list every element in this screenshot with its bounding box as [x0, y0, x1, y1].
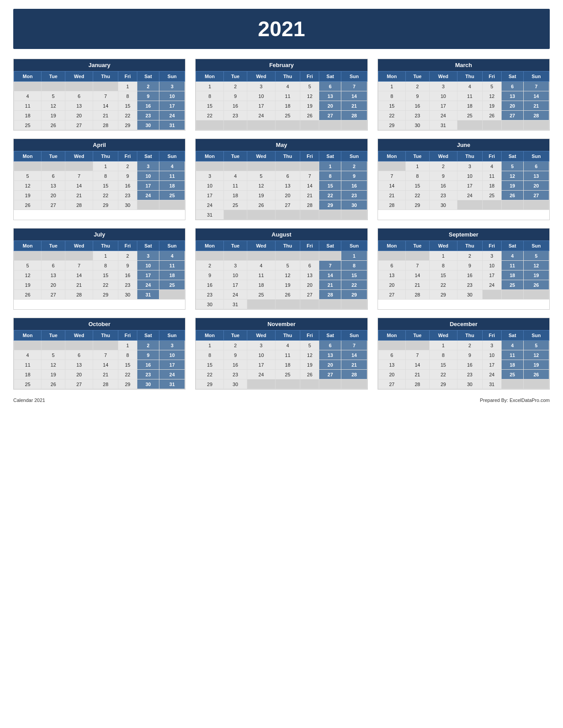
day-cell: 8	[196, 350, 223, 360]
day-cell: 4	[501, 341, 523, 350]
day-cell: 11	[247, 270, 275, 280]
day-cell: 11	[275, 350, 300, 360]
day-cell: 14	[319, 270, 341, 280]
day-cell: 20	[501, 101, 523, 111]
day-cell: 12	[14, 270, 42, 280]
month-title: February	[196, 59, 367, 71]
day-cell: 22	[406, 191, 430, 200]
day-cell: 10	[482, 350, 501, 360]
day-cell: 5	[42, 91, 65, 101]
month-table: MonTueWedThuFriSatSun1234567891011121314…	[378, 330, 549, 389]
day-cell: 8	[341, 261, 367, 270]
day-cell: 17	[159, 360, 185, 370]
day-cell: 30	[457, 290, 482, 300]
day-cell: 30	[341, 200, 367, 210]
year-header: 2021	[13, 9, 550, 49]
day-cell: 25	[223, 200, 247, 210]
day-cell	[501, 290, 523, 300]
day-cell	[223, 251, 247, 261]
day-cell: 8	[319, 171, 341, 181]
day-cell: 8	[93, 171, 118, 181]
month-march: MarchMonTueWedThuFriSatSun12345678910111…	[378, 59, 550, 131]
day-cell: 27	[65, 379, 93, 389]
day-cell: 6	[65, 350, 93, 360]
day-cell: 10	[429, 91, 457, 101]
day-cell: 20	[42, 191, 65, 200]
day-cell: 10	[457, 171, 482, 181]
table-row: 1234	[14, 161, 185, 171]
day-cell: 26	[482, 111, 501, 120]
day-cell: 15	[319, 181, 341, 191]
day-cell: 12	[14, 181, 42, 191]
table-row: 123	[14, 341, 185, 350]
day-cell: 1	[341, 251, 367, 261]
day-cell: 26	[275, 290, 300, 300]
day-cell: 22	[429, 280, 457, 290]
day-header-sun: Sun	[523, 71, 549, 82]
day-cell: 1	[196, 82, 223, 91]
day-cell: 27	[300, 290, 319, 300]
day-cell: 6	[42, 171, 65, 181]
day-header-sun: Sun	[341, 71, 367, 82]
day-cell: 6	[300, 261, 319, 270]
day-cell: 7	[65, 261, 93, 270]
day-cell: 14	[523, 91, 549, 101]
day-cell: 21	[319, 280, 341, 290]
day-cell	[223, 161, 247, 171]
day-cell: 10	[159, 350, 185, 360]
day-cell: 14	[406, 270, 430, 280]
day-cell	[275, 210, 300, 220]
day-cell: 15	[93, 181, 118, 191]
day-header-fri: Fri	[300, 241, 319, 251]
day-cell: 13	[319, 350, 341, 360]
month-table: MonTueWedThuFriSatSun1234567891011121314…	[196, 330, 367, 389]
day-header-wed: Wed	[429, 241, 457, 251]
day-header-sun: Sun	[523, 241, 549, 251]
day-cell: 11	[501, 261, 523, 270]
day-cell: 16	[457, 270, 482, 280]
day-cell	[523, 290, 549, 300]
day-cell: 1	[118, 82, 137, 91]
month-table: MonTueWedThuFriSatSun1234567891011121314…	[14, 151, 185, 210]
day-cell: 10	[247, 350, 275, 360]
day-cell: 29	[378, 120, 405, 130]
day-cell: 19	[42, 111, 65, 120]
day-cell: 24	[247, 370, 275, 379]
day-cell: 4	[275, 341, 300, 350]
day-cell	[42, 341, 65, 350]
day-header-wed: Wed	[247, 71, 275, 82]
day-header-sat: Sat	[501, 241, 523, 251]
day-cell: 23	[406, 111, 430, 120]
day-cell: 11	[14, 360, 42, 370]
day-cell	[300, 300, 319, 309]
day-cell: 5	[247, 171, 275, 181]
day-cell: 1	[429, 251, 457, 261]
day-cell: 2	[457, 341, 482, 350]
day-cell: 24	[429, 111, 457, 120]
day-cell: 22	[196, 370, 223, 379]
day-cell: 24	[196, 200, 223, 210]
day-cell	[457, 200, 482, 210]
day-cell	[14, 82, 42, 91]
day-cell: 4	[501, 251, 523, 261]
day-cell: 3	[457, 161, 482, 171]
day-cell: 27	[378, 379, 405, 389]
day-cell: 28	[406, 290, 430, 300]
day-cell: 24	[159, 111, 185, 120]
day-cell: 11	[275, 91, 300, 101]
day-cell: 19	[501, 181, 523, 191]
day-cell: 1	[118, 341, 137, 350]
day-header-thu: Thu	[93, 241, 118, 251]
calendar-grid: JanuaryMonTueWedThuFriSatSun123456789101…	[13, 59, 550, 390]
day-cell: 23	[457, 280, 482, 290]
day-header-tue: Tue	[406, 71, 430, 82]
month-july: JulyMonTueWedThuFriSatSun123456789101112…	[13, 228, 185, 310]
day-cell	[14, 161, 42, 171]
day-cell: 10	[482, 261, 501, 270]
day-cell	[14, 251, 42, 261]
day-cell: 7	[406, 261, 430, 270]
day-cell: 3	[482, 341, 501, 350]
day-cell: 4	[247, 261, 275, 270]
day-cell: 21	[93, 111, 118, 120]
day-cell	[137, 200, 159, 210]
